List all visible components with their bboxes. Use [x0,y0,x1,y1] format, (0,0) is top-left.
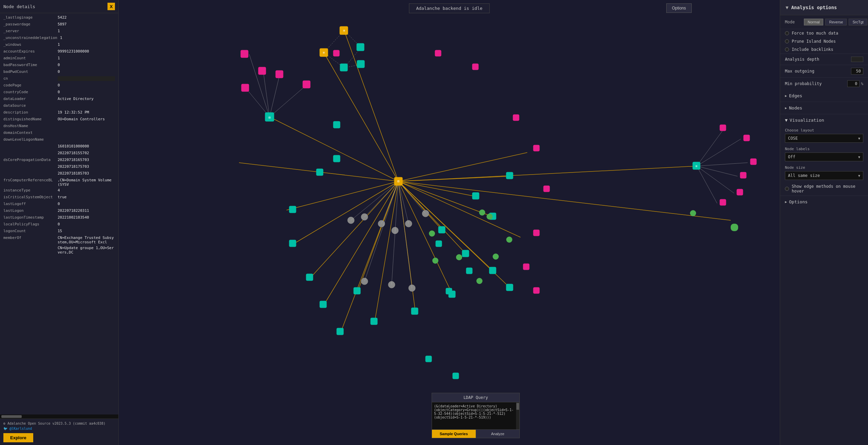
graph-node-teal[interactable] [371,318,377,325]
graph-node-magenta[interactable] [720,125,726,131]
min-probability-value[interactable]: 0 [847,80,860,87]
graph-node-teal[interactable] [462,250,469,257]
graph-node-green[interactable] [731,224,738,231]
max-outgoing-value[interactable]: 50 [851,68,863,75]
status-message: Adalanche backend is idle [416,6,482,11]
graph-node-teal[interactable] [506,172,513,179]
graph-node-magenta[interactable] [258,67,266,75]
graph-node-green[interactable] [432,258,438,264]
graph-node-green[interactable] [476,278,482,284]
graph-node-magenta[interactable] [472,64,478,70]
analyze-button[interactable]: Analyze [476,430,520,438]
twitter-link[interactable]: 🐦 @lKarlslund [3,427,115,430]
graph-node-green[interactable] [429,230,435,237]
graph-node-teal[interactable] [289,206,296,213]
analysis-depth-value[interactable] [851,57,863,62]
node-size-select[interactable]: All same size ▼ [785,171,863,180]
visualization-chevron: ▼ [785,118,788,123]
graph-node-magenta[interactable] [744,135,750,141]
mode-normal-button[interactable]: Normal [804,19,823,25]
node-details-title: Node details [3,4,35,9]
analysis-depth-row: Analysis depth [780,54,868,65]
prune-island-nodes-radio[interactable] [785,39,789,43]
layout-select[interactable]: COSE ▼ [785,134,863,143]
graph-node-teal[interactable] [340,64,348,71]
property-row: _server1 [0,28,118,35]
graph-node-green[interactable] [456,254,462,260]
graph-node-teal[interactable] [453,373,459,379]
graph-node-teal[interactable] [466,268,472,274]
graph-node-magenta[interactable] [544,186,550,192]
force-too-much-data-radio[interactable] [785,31,789,35]
graph-node-green[interactable] [479,209,485,216]
property-value: 0 [58,63,115,67]
property-key: domainContext [3,130,58,135]
graph-node-magenta[interactable] [750,159,756,165]
options-button[interactable]: Options [666,3,692,13]
property-row: dataLoaderActive Directory [0,96,118,103]
graph-edge [697,139,741,166]
graph-node-green[interactable] [487,214,493,220]
graph-svg[interactable]: ⊞ ⊞ ⊞ [119,0,780,445]
graph-node-teal[interactable] [411,308,418,315]
close-button[interactable]: X [107,3,115,10]
prune-island-nodes-row: Prune Island Nodes [780,37,868,45]
ldap-scrollbar[interactable] [516,402,519,429]
graph-node-teal[interactable] [320,301,327,308]
graph-node-magenta[interactable] [533,230,539,236]
visualization-header[interactable]: ▼ Visualization [780,114,868,126]
ldap-query-input[interactable] [432,402,516,429]
include-backlinks-radio[interactable] [785,47,789,52]
graph-node-magenta[interactable] [435,50,441,56]
graph-node-magenta[interactable] [276,70,283,78]
graph-node-teal[interactable] [337,328,343,335]
graph-node-teal[interactable] [289,240,296,247]
graph-node-magenta[interactable] [533,287,539,294]
edges-label: Edges [789,93,802,98]
graph-node-magenta[interactable] [533,145,539,151]
graph-node-magenta[interactable] [241,50,248,58]
show-edge-methods-radio[interactable] [785,187,789,191]
graph-node-magenta[interactable] [513,115,519,121]
edges-header[interactable]: ▶ Edges [780,90,868,102]
graph-node-magenta[interactable] [720,199,726,205]
graph-node-teal[interactable] [357,60,364,68]
mode-reverse-button[interactable]: Reverse [825,19,847,25]
graph-node-magenta[interactable] [737,189,743,195]
sample-queries-button[interactable]: Sample Queries [432,430,476,438]
graph-node-teal[interactable] [306,274,313,281]
graph-node-teal[interactable] [489,267,496,274]
choose-layout-area: Choose layout COSE ▼ [780,126,868,145]
graph-node-green[interactable] [493,254,499,260]
graph-node-green[interactable] [690,210,696,216]
node-labels-select[interactable]: Off ▼ [785,153,863,161]
graph-node-teal[interactable] [357,43,364,51]
graph-node-magenta[interactable] [523,264,529,270]
graph-node-teal[interactable] [316,169,323,176]
graph-node-teal[interactable] [333,121,340,128]
graph-node-magenta[interactable] [333,50,339,56]
graph-node-magenta[interactable] [303,81,310,88]
show-edge-methods-label: Show edge methods on mouse hover [792,184,863,194]
graph-node-magenta[interactable] [740,172,746,178]
graph-node-magenta[interactable] [241,84,249,92]
mode-srctgt-button[interactable]: SrcTgt [849,19,867,25]
explore-button[interactable]: Explore [3,433,33,442]
graph-node-teal[interactable] [438,226,445,233]
nodes-header[interactable]: ▶ Nodes [780,102,868,114]
graph-node-green[interactable] [506,237,512,243]
main-graph-area[interactable]: Adalanche backend is idle Options [119,0,780,445]
options-header[interactable]: ▶ Options [780,196,868,208]
graph-node-teal[interactable] [446,288,452,294]
graph-node-teal[interactable] [436,241,442,247]
graph-node-teal[interactable] [472,193,479,199]
adalanche-icon: ⚙ [3,422,5,425]
graph-node-teal[interactable] [506,284,513,291]
property-value: OU=Domain Controllers [58,117,115,121]
horizontal-scrollbar[interactable] [0,414,118,419]
graph-node-teal[interactable] [354,287,360,294]
graph-node-teal[interactable] [426,356,432,362]
min-probability-suffix: % [861,82,863,86]
graph-node-teal[interactable] [333,155,340,162]
node-properties[interactable]: _lastloginage5422_passwordage5897_server… [0,13,118,414]
